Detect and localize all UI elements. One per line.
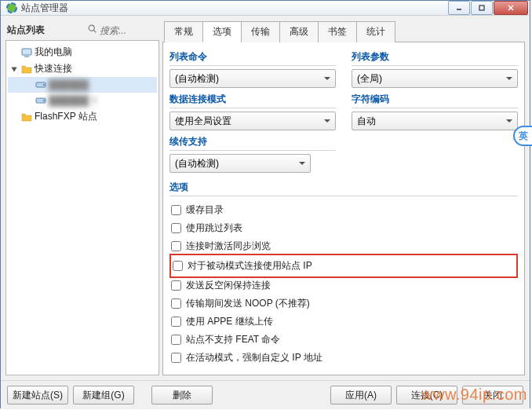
- titlebar: 站点管理器: [1, 1, 530, 16]
- highlight-pasv-ip: 对于被动模式连接使用站点 IP: [169, 254, 518, 278]
- app-icon: [5, 2, 18, 14]
- maximize-button[interactable]: [471, 1, 493, 15]
- select-data-mode[interactable]: 使用全局设置: [169, 112, 336, 130]
- checkbox-label: 对于被动模式连接使用站点 IP: [188, 259, 312, 273]
- checkbox[interactable]: [173, 261, 183, 271]
- tree-label: 快速连接: [35, 62, 72, 75]
- tab-general[interactable]: 常规: [164, 21, 203, 42]
- checkbox-label: 站点不支持 FEAT 命令: [186, 333, 280, 346]
- site-tree[interactable]: 我的电脑 快速连接 ██████ ██████ 3 FlashFX: [5, 40, 159, 375]
- checkbox[interactable]: [171, 223, 181, 233]
- footer: 新建站点(S) 新建组(G) 删除 应用(A) 连接(C) 关闭: [1, 380, 530, 409]
- folder-icon: [20, 111, 33, 123]
- checkbox[interactable]: [171, 205, 181, 215]
- window-title: 站点管理器: [21, 2, 447, 15]
- check-cache-dir[interactable]: 缓存目录: [169, 201, 518, 219]
- select-list-params[interactable]: (全局): [352, 69, 518, 88]
- tab-content-options: 列表命令 (自动检测) 列表参数 (全局) 数据连接模式 使用全局设置 字符编码: [162, 42, 525, 375]
- drive-icon: [35, 79, 47, 91]
- checkbox-label: 传输期间发送 NOOP (不推荐): [186, 297, 310, 310]
- tree-label: FlashFXP 站点: [35, 110, 97, 123]
- minimize-button[interactable]: [448, 1, 470, 15]
- checkbox-label: 发送反空闲保持连接: [186, 279, 271, 292]
- checkbox-label: 连接时激活同步浏览: [186, 240, 271, 253]
- checkbox[interactable]: [171, 241, 181, 251]
- site-list-title: 站点列表: [7, 24, 87, 37]
- checkbox-label: 使用跳过列表: [186, 221, 242, 235]
- new-site-button[interactable]: 新建站点(S): [7, 386, 68, 405]
- left-panel: 站点列表 我的电脑 快速连接 ██████: [5, 20, 159, 375]
- tree-site-b[interactable]: ██████ 3: [8, 93, 157, 108]
- tree-flashfxp-sites[interactable]: FlashFXP 站点: [8, 108, 157, 125]
- label-list-command: 列表命令: [169, 50, 336, 66]
- tab-bar: 常规 选项 传输 高级 书签 统计: [162, 20, 525, 42]
- checkbox[interactable]: [171, 298, 181, 309]
- checkbox-label: 缓存目录: [186, 203, 224, 217]
- tree-site-a[interactable]: ██████: [8, 77, 157, 93]
- checkbox-label: 在活动模式，强制自定义 IP 地址: [186, 351, 322, 364]
- check-skip-list[interactable]: 使用跳过列表: [169, 219, 518, 237]
- checkbox[interactable]: [171, 280, 181, 291]
- check-pasv-ip[interactable]: 对于被动模式连接使用站点 IP: [171, 257, 516, 275]
- check-appe[interactable]: 使用 APPE 继续上传: [169, 313, 518, 331]
- svg-point-6: [89, 25, 94, 31]
- tab-transfer[interactable]: 传输: [241, 21, 280, 42]
- close-footer-button[interactable]: 关闭: [462, 386, 523, 405]
- select-char-encoding[interactable]: 自动: [352, 112, 518, 130]
- tree-label: ██████ 3: [49, 95, 97, 106]
- computer-icon: [20, 46, 33, 59]
- checkbox[interactable]: [171, 335, 181, 345]
- ime-badge[interactable]: 英: [513, 126, 532, 146]
- svg-rect-9: [24, 56, 29, 57]
- svg-rect-3: [479, 5, 484, 10]
- tab-options[interactable]: 选项: [202, 21, 242, 42]
- label-options-section: 选项: [169, 181, 518, 196]
- select-list-command[interactable]: (自动检测): [169, 69, 336, 88]
- new-group-button[interactable]: 新建组(G): [73, 386, 134, 405]
- label-char-encoding: 字符编码: [352, 93, 518, 108]
- tree-label: 我的电脑: [35, 46, 72, 59]
- connect-button[interactable]: 连接(C): [396, 386, 457, 405]
- check-noop[interactable]: 传输期间发送 NOOP (不推荐): [169, 295, 518, 313]
- svg-point-13: [43, 100, 45, 101]
- checkbox[interactable]: [171, 317, 181, 327]
- site-manager-window: 站点管理器 站点列表 我的电脑: [0, 0, 530, 408]
- checkbox[interactable]: [171, 353, 181, 363]
- tab-stats[interactable]: 统计: [356, 21, 395, 42]
- apply-button[interactable]: 应用(A): [330, 386, 392, 405]
- label-resume: 续传支持: [169, 135, 336, 151]
- tree-quick-connect[interactable]: 快速连接: [8, 60, 157, 77]
- search-icon: [87, 24, 98, 37]
- tab-bookmarks[interactable]: 书签: [318, 21, 357, 42]
- svg-line-7: [94, 31, 97, 33]
- collapse-icon[interactable]: [9, 64, 19, 74]
- delete-button[interactable]: 删除: [151, 386, 213, 405]
- svg-rect-8: [22, 49, 31, 55]
- tab-advanced[interactable]: 高级: [279, 21, 319, 42]
- check-sync-browse[interactable]: 连接时激活同步浏览: [169, 237, 518, 255]
- select-resume[interactable]: (自动检测): [169, 154, 311, 173]
- label-list-params: 列表参数: [352, 50, 518, 66]
- check-anti-idle[interactable]: 发送反空闲保持连接: [169, 276, 518, 295]
- check-no-feat[interactable]: 站点不支持 FEAT 命令: [169, 331, 518, 349]
- svg-point-11: [43, 84, 45, 86]
- tree-my-computer[interactable]: 我的电脑: [8, 44, 157, 60]
- label-data-mode: 数据连接模式: [169, 93, 336, 108]
- close-button[interactable]: [494, 1, 528, 15]
- checkbox-label: 使用 APPE 继续上传: [186, 315, 273, 328]
- folder-icon: [20, 63, 33, 75]
- check-force-ip[interactable]: 在活动模式，强制自定义 IP 地址: [169, 349, 518, 367]
- drive-icon: [35, 94, 47, 107]
- tree-label: ██████: [49, 79, 89, 90]
- right-panel: 常规 选项 传输 高级 书签 统计 列表命令 (自动检测) 列表参数 (全局): [162, 20, 525, 375]
